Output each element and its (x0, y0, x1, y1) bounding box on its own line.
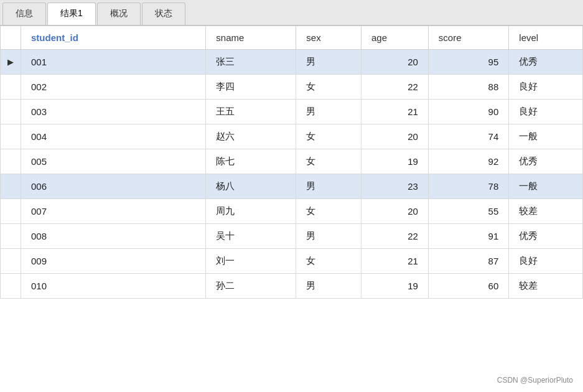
cell-sex: 女 (296, 149, 361, 174)
table-row[interactable]: 004赵六女2074一般 (1, 124, 583, 149)
table-row[interactable]: 006杨八男2378一般 (1, 174, 583, 199)
cell-sname: 孙二 (206, 274, 296, 299)
cell-score: 87 (428, 249, 508, 274)
header-student-id: student_id (21, 26, 206, 50)
header-level: level (509, 26, 583, 50)
header-indicator (1, 26, 21, 50)
row-indicator (1, 174, 21, 199)
row-indicator (1, 75, 21, 100)
cell-student_id: 003 (21, 100, 206, 124)
cell-student_id: 006 (21, 174, 206, 199)
cell-score: 95 (428, 50, 508, 75)
table-header: student_id sname sex age score level (1, 26, 583, 50)
tab-overview[interactable]: 概况 (97, 2, 141, 25)
cell-age: 19 (361, 274, 428, 299)
header-sname: sname (206, 26, 296, 50)
cell-student_id: 007 (21, 199, 206, 224)
cell-age: 20 (361, 124, 428, 149)
header-sex: sex (296, 26, 361, 50)
cell-level: 良好 (509, 75, 583, 100)
tab-info[interactable]: 信息 (2, 2, 46, 25)
table-row[interactable]: 008吴十男2291优秀 (1, 224, 583, 249)
table-row[interactable]: ▶001张三男2095优秀 (1, 50, 583, 75)
row-indicator (1, 224, 21, 249)
cell-level: 优秀 (509, 50, 583, 75)
cell-age: 20 (361, 199, 428, 224)
cell-level: 优秀 (509, 224, 583, 249)
cell-sex: 女 (296, 199, 361, 224)
cell-student_id: 004 (21, 124, 206, 149)
row-indicator (1, 274, 21, 299)
header-score: score (428, 26, 508, 50)
table-row[interactable]: 009刘一女2187良好 (1, 249, 583, 274)
cell-sname: 赵六 (206, 124, 296, 149)
cell-score: 74 (428, 124, 508, 149)
cell-score: 91 (428, 224, 508, 249)
watermark: CSDN @SuperiorPluto (497, 376, 573, 385)
cell-sname: 刘一 (206, 249, 296, 274)
row-indicator (1, 124, 21, 149)
cell-level: 优秀 (509, 149, 583, 174)
cell-level: 良好 (509, 100, 583, 124)
cell-score: 55 (428, 199, 508, 224)
cell-student_id: 002 (21, 75, 206, 100)
cell-student_id: 009 (21, 249, 206, 274)
cell-sex: 男 (296, 274, 361, 299)
cell-age: 21 (361, 249, 428, 274)
cell-score: 92 (428, 149, 508, 174)
cell-sname: 周九 (206, 199, 296, 224)
header-age: age (361, 26, 428, 50)
cell-sname: 吴十 (206, 224, 296, 249)
tab-status[interactable]: 状态 (142, 2, 185, 25)
cell-age: 20 (361, 50, 428, 75)
cell-sex: 男 (296, 174, 361, 199)
cell-student_id: 008 (21, 224, 206, 249)
cell-sex: 女 (296, 75, 361, 100)
cell-age: 22 (361, 224, 428, 249)
table-row[interactable]: 007周九女2055较差 (1, 199, 583, 224)
cell-sex: 女 (296, 249, 361, 274)
cell-sname: 杨八 (206, 174, 296, 199)
cell-level: 良好 (509, 249, 583, 274)
cell-age: 21 (361, 100, 428, 124)
row-indicator (1, 199, 21, 224)
header-row: student_id sname sex age score level (1, 26, 583, 50)
table-row[interactable]: 010孙二男1960较差 (1, 274, 583, 299)
cell-score: 60 (428, 274, 508, 299)
cell-student_id: 001 (21, 50, 206, 75)
table-row[interactable]: 003王五男2190良好 (1, 100, 583, 124)
tab-bar: 信息结果1概况状态 (0, 0, 583, 26)
cell-score: 78 (428, 174, 508, 199)
table-body: ▶001张三男2095优秀002李四女2288良好003王五男2190良好004… (1, 50, 583, 299)
cell-sex: 男 (296, 50, 361, 75)
cell-score: 90 (428, 100, 508, 124)
cell-age: 19 (361, 149, 428, 174)
tab-result1[interactable]: 结果1 (47, 2, 96, 25)
cell-student_id: 010 (21, 274, 206, 299)
cell-student_id: 005 (21, 149, 206, 174)
table-container: student_id sname sex age score level ▶00… (0, 26, 583, 392)
cell-sex: 男 (296, 224, 361, 249)
cell-sname: 张三 (206, 50, 296, 75)
cell-level: 一般 (509, 174, 583, 199)
cell-sname: 陈七 (206, 149, 296, 174)
row-indicator: ▶ (1, 50, 21, 75)
cell-age: 23 (361, 174, 428, 199)
row-indicator (1, 149, 21, 174)
cell-score: 88 (428, 75, 508, 100)
table-row[interactable]: 002李四女2288良好 (1, 75, 583, 100)
cell-sex: 男 (296, 100, 361, 124)
table-row[interactable]: 005陈七女1992优秀 (1, 149, 583, 174)
cell-level: 一般 (509, 124, 583, 149)
row-indicator (1, 249, 21, 274)
cell-sname: 李四 (206, 75, 296, 100)
cell-sname: 王五 (206, 100, 296, 124)
app-container: 信息结果1概况状态 student_id sname sex age score… (0, 0, 583, 392)
cell-level: 较差 (509, 199, 583, 224)
cell-sex: 女 (296, 124, 361, 149)
cell-level: 较差 (509, 274, 583, 299)
data-table: student_id sname sex age score level ▶00… (0, 26, 583, 299)
row-indicator (1, 100, 21, 124)
cell-age: 22 (361, 75, 428, 100)
